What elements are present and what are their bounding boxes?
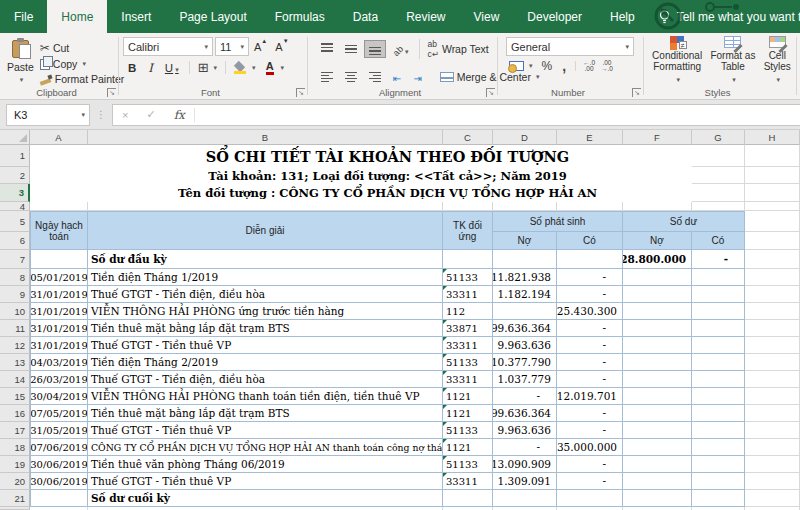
table-row[interactable]: 30/04/2019 VIỄN THÔNG HẢI PHÒNG thanh to… — [30, 388, 800, 405]
title-row-2[interactable]: Tài khoản: 131; Loại đối tượng: <<Tất cả… — [30, 167, 800, 184]
header-description[interactable]: Diễn giải — [88, 211, 443, 250]
decrease-indent-button[interactable]: ⇤ — [388, 65, 406, 89]
bold-button[interactable]: B — [123, 61, 141, 75]
row-header-19[interactable]: 19 — [0, 456, 30, 473]
percent-style-button[interactable]: % — [538, 59, 557, 73]
table-row[interactable]: 07/06/2019 CÔNG TY CỔ PHẦN DỊCH VỤ TỔNG … — [30, 439, 800, 456]
header-arising-credit[interactable]: Có — [557, 232, 623, 250]
tab-data[interactable]: Data — [339, 0, 392, 33]
increase-decimal-button[interactable]: ←.0.00 — [581, 60, 597, 72]
empty-row-4[interactable] — [30, 202, 800, 211]
shrink-font-button[interactable]: A▼ — [272, 41, 291, 53]
row-header-4[interactable]: 4 — [0, 202, 30, 211]
dialog-launcher-icon[interactable] — [632, 88, 641, 97]
col-header-G[interactable]: G — [692, 130, 745, 145]
table-row[interactable]: 26/03/2019 Thuế GTGT - Tiền điện, điều h… — [30, 371, 800, 388]
table-row[interactable]: 31/05/2019 Thuế GTGT - Tiền thuê VP 5113… — [30, 422, 800, 439]
col-header-F[interactable]: F — [623, 130, 692, 145]
decrease-decimal-button[interactable]: .00→.0 — [599, 60, 615, 72]
insert-function-icon[interactable]: fx — [165, 108, 195, 122]
col-header-B[interactable]: B — [88, 130, 443, 145]
fill-color-button[interactable] — [231, 61, 259, 75]
tab-page-layout[interactable]: Page Layout — [165, 0, 260, 33]
table-row[interactable]: 04/03/2019 Tiền điện Tháng 2/2019 51133 … — [30, 354, 800, 371]
opening-balance-row[interactable]: Số dư đầu kỳ 28.800.000 - — [30, 250, 800, 269]
tab-insert[interactable]: Insert — [107, 0, 165, 33]
table-row[interactable]: 30/06/2019 Tiền thuê văn phòng Tháng 06/… — [30, 456, 800, 473]
wrap-text-button[interactable]: abc↵ Wrap Text — [425, 38, 492, 60]
col-header-H[interactable]: H — [745, 130, 800, 145]
row-header-18[interactable]: 18 — [0, 439, 30, 456]
borders-button[interactable] — [195, 59, 220, 76]
select-all-corner[interactable] — [0, 130, 30, 145]
cell-H1[interactable] — [745, 145, 800, 167]
tab-help[interactable]: Help — [596, 0, 649, 33]
row-header-13[interactable]: 13 — [0, 354, 30, 371]
format-as-table-button[interactable]: Format asTable — [710, 36, 755, 85]
font-name-select[interactable]: Calibri▾ — [123, 37, 213, 56]
row-header-12[interactable]: 12 — [0, 337, 30, 354]
cell-H2[interactable] — [745, 167, 800, 184]
table-row[interactable]: 05/01/2019 Tiền điện Tháng 1/2019 51133 … — [30, 269, 800, 286]
dialog-launcher-icon[interactable] — [107, 88, 116, 97]
row-header-10[interactable]: 10 — [0, 303, 30, 320]
header-balance[interactable]: Số dư — [623, 211, 745, 232]
row-header-2[interactable]: 2 — [0, 167, 30, 184]
formula-bar-handle[interactable]: ⋮ — [94, 109, 108, 120]
font-size-select[interactable]: 11▾ — [215, 37, 249, 56]
formula-input[interactable] — [195, 105, 800, 125]
align-bottom-button[interactable] — [364, 40, 386, 58]
col-header-A[interactable]: A — [30, 130, 88, 145]
paste-button[interactable]: Paste — [4, 37, 37, 85]
header-account[interactable]: TK đối ứng — [443, 211, 493, 250]
row-header-1[interactable]: 1 — [0, 145, 30, 167]
closing-balance-row[interactable]: Số dư cuối kỳ — [30, 490, 800, 507]
row-header-11[interactable]: 11 — [0, 320, 30, 337]
accounting-format-button[interactable] — [506, 60, 536, 72]
orientation-button[interactable]: ab — [388, 37, 414, 61]
cut-button[interactable]: Cut — [37, 40, 127, 56]
header-balance-credit[interactable]: Có — [692, 232, 745, 250]
row-header-15[interactable]: 15 — [0, 388, 30, 405]
name-box[interactable]: K3 ▾ — [6, 104, 90, 126]
underline-button[interactable]: U — [160, 61, 184, 75]
cell-G1[interactable] — [692, 145, 745, 167]
row-header-20[interactable]: 20 — [0, 473, 30, 490]
row-header-14[interactable]: 14 — [0, 371, 30, 388]
tab-review[interactable]: Review — [392, 0, 459, 33]
row-header-6[interactable]: 6 — [0, 232, 30, 250]
table-row[interactable]: 30/06/2019 Thuế GTGT - Tiền thuê VP 3331… — [30, 473, 800, 490]
col-header-E[interactable]: E — [557, 130, 623, 145]
cell-G2[interactable] — [692, 167, 745, 184]
row-header-17[interactable]: 17 — [0, 422, 30, 439]
tab-developer[interactable]: Developer — [513, 0, 596, 33]
cell-H6[interactable] — [745, 232, 800, 250]
col-header-C[interactable]: C — [443, 130, 493, 145]
cell-G3[interactable] — [692, 184, 745, 202]
copy-button[interactable]: Copy — [37, 57, 127, 71]
conditional-formatting-button[interactable]: ≠ ConditionalFormatting — [652, 36, 702, 85]
header-arising-debit[interactable]: Nợ — [493, 232, 557, 250]
cell-H5[interactable] — [745, 211, 800, 232]
dialog-launcher-icon[interactable] — [296, 88, 305, 97]
table-row[interactable]: 31/01/2019 Thuế GTGT - Tiền thuê VP 3331… — [30, 337, 800, 354]
header-arising[interactable]: Số phát sinh — [493, 211, 623, 232]
dialog-launcher-icon[interactable] — [486, 88, 495, 97]
cancel-icon[interactable]: × — [113, 109, 137, 121]
table-row[interactable]: 07/05/2019 Tiền thuê mặt bằng lắp đặt tr… — [30, 405, 800, 422]
align-left-button[interactable] — [316, 69, 338, 85]
row-header-9[interactable]: 9 — [0, 286, 30, 303]
increase-indent-button[interactable]: ⇥ — [408, 65, 426, 89]
row-header-16[interactable]: 16 — [0, 405, 30, 422]
col-header-D[interactable]: D — [493, 130, 557, 145]
format-painter-button[interactable]: Format Painter — [37, 72, 127, 86]
table-row[interactable]: 31/01/2019 Tiền thuê mặt bằng lắp đặt tr… — [30, 320, 800, 337]
table-row[interactable]: 31/01/2019 Thuế GTGT - Tiền điện, điều h… — [30, 286, 800, 303]
align-middle-button[interactable] — [340, 40, 362, 58]
enter-icon[interactable]: ✓ — [137, 108, 164, 121]
row-header-21[interactable]: 21 — [0, 490, 30, 507]
row-header-8[interactable]: 8 — [0, 269, 30, 286]
row-header-7[interactable]: 7 — [0, 250, 30, 269]
title-row-3[interactable]: Tên đối tượng : CÔNG TY CỔ PHẦN DỊCH VỤ … — [30, 184, 800, 202]
grow-font-button[interactable]: A▲ — [251, 41, 270, 53]
